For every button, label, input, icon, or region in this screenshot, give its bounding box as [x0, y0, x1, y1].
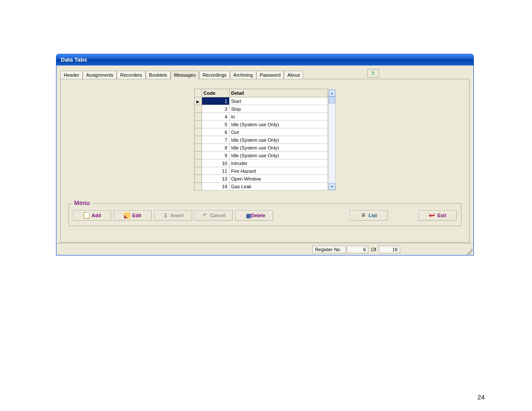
menu-group: Menu Add Edit Insert Cancel	[68, 203, 461, 226]
table-row[interactable]: 5Idle (System use Only)	[195, 121, 328, 128]
messages-grid[interactable]: Code Detail 1Start3Stop4In5Idle (System …	[194, 89, 328, 190]
cell-code[interactable]: 5	[202, 121, 229, 128]
cell-code[interactable]: 8	[202, 144, 229, 152]
list-icon	[361, 212, 367, 218]
delete-button[interactable]: Delete	[235, 210, 273, 221]
cell-detail[interactable]: Idle (System use Only)	[229, 144, 328, 152]
tab-recordings[interactable]: Recordings	[199, 71, 230, 79]
tab-panel-messages: Code Detail 1Start3Stop4In5Idle (System …	[60, 79, 470, 243]
grid-col-code[interactable]: Code	[202, 89, 229, 97]
table-row[interactable]: 11Fire Hazard	[195, 167, 328, 175]
status-register-label: Register No.	[312, 246, 346, 253]
edit-icon	[124, 212, 130, 218]
row-indicator	[195, 183, 202, 190]
cell-detail[interactable]: Out	[229, 128, 328, 136]
cell-code[interactable]: 3	[202, 105, 229, 113]
titlebar: Data Tabs	[56, 54, 473, 65]
document-icon	[84, 212, 90, 218]
exit-icon	[429, 212, 435, 218]
edit-button[interactable]: Edit	[114, 210, 152, 221]
cell-detail[interactable]: Idle (System use Only)	[229, 136, 328, 144]
table-row[interactable]: 4In	[195, 113, 328, 121]
window-title: Data Tabs	[61, 56, 87, 63]
table-row[interactable]: 10Intruder	[195, 159, 328, 167]
scroll-track[interactable]	[329, 103, 335, 183]
tab-assignments[interactable]: Assignments	[83, 71, 117, 79]
row-indicator	[195, 105, 202, 113]
tab-messages[interactable]: Messages	[171, 71, 199, 79]
insert-icon	[163, 212, 169, 218]
row-indicator	[195, 175, 202, 183]
status-total-value: 18	[379, 246, 400, 253]
row-indicator	[195, 128, 202, 136]
cell-detail[interactable]: Idle (System use Only)	[229, 121, 328, 128]
row-indicator	[195, 167, 202, 175]
cell-detail[interactable]: Intruder	[229, 159, 328, 167]
row-indicator	[195, 144, 202, 152]
cell-code[interactable]: 14	[202, 183, 229, 190]
cell-code[interactable]: 4	[202, 113, 229, 121]
tab-archiving[interactable]: Archiving	[230, 71, 256, 79]
cell-code[interactable]: 11	[202, 167, 229, 175]
cell-code[interactable]: 10	[202, 159, 229, 167]
row-indicator	[195, 159, 202, 167]
delete-icon	[243, 212, 249, 218]
tab-header[interactable]: Header	[60, 71, 83, 79]
row-indicator	[195, 152, 202, 159]
scroll-thumb[interactable]	[329, 97, 335, 103]
delete-label: Delete	[251, 213, 265, 218]
grid-rowheader-blank	[195, 89, 202, 97]
help-button[interactable]: ?	[367, 69, 379, 78]
exit-button[interactable]: Exit	[419, 210, 457, 221]
statusbar: Register No. 6 Of 18	[56, 243, 473, 255]
cell-code[interactable]: 7	[202, 136, 229, 144]
tabstrip: Header Assignments Recorders Booklets Me…	[60, 69, 470, 79]
add-label: Add	[92, 213, 101, 218]
cell-detail[interactable]: Fire Hazard	[229, 167, 328, 175]
add-button[interactable]: Add	[73, 210, 111, 221]
undo-icon	[202, 212, 208, 218]
row-indicator	[195, 97, 202, 105]
tab-about[interactable]: About	[284, 71, 303, 79]
cell-detail[interactable]: Gas Leak	[229, 183, 328, 190]
tab-password[interactable]: Password	[256, 71, 284, 79]
status-of-label: Of	[369, 247, 378, 252]
row-indicator	[195, 121, 202, 128]
table-row[interactable]: 1Start	[195, 97, 328, 105]
help-icon: ?	[372, 70, 375, 77]
table-row[interactable]: 6Out	[195, 128, 328, 136]
app-window: Data Tabs Header Assignments Recorders B…	[56, 54, 474, 255]
resize-grip-icon[interactable]	[467, 249, 473, 255]
cell-code[interactable]: 1	[202, 97, 229, 105]
cancel-label: Cancel	[210, 213, 225, 218]
table-row[interactable]: 13Open Window	[195, 175, 328, 183]
scroll-down-icon[interactable]: ▼	[329, 183, 335, 190]
table-row[interactable]: 14Gas Leak	[195, 183, 328, 190]
cell-code[interactable]: 13	[202, 175, 229, 183]
exit-label: Exit	[437, 213, 446, 218]
cancel-button[interactable]: Cancel	[195, 210, 233, 221]
cell-detail[interactable]: Idle (System use Only)	[229, 152, 328, 159]
scroll-up-icon[interactable]: ▲	[329, 90, 335, 97]
cell-detail[interactable]: Stop	[229, 105, 328, 113]
table-row[interactable]: 7Idle (System use Only)	[195, 136, 328, 144]
table-row[interactable]: 3Stop	[195, 105, 328, 113]
row-indicator	[195, 136, 202, 144]
tab-recorders[interactable]: Recorders	[117, 71, 146, 79]
table-row[interactable]: 8Idle (System use Only)	[195, 144, 328, 152]
table-row[interactable]: 9Idle (System use Only)	[195, 152, 328, 159]
grid-scrollbar[interactable]: ▲ ▼	[328, 89, 336, 190]
status-register-value: 6	[347, 246, 368, 253]
cell-code[interactable]: 9	[202, 152, 229, 159]
list-button[interactable]: List	[350, 210, 388, 221]
grid-col-detail[interactable]: Detail	[229, 89, 328, 97]
edit-label: Edit	[132, 213, 141, 218]
row-indicator	[195, 113, 202, 121]
cell-detail[interactable]: Open Window	[229, 175, 328, 183]
tab-booklets[interactable]: Booklets	[146, 71, 171, 79]
insert-button[interactable]: Insert	[154, 210, 192, 221]
cell-code[interactable]: 6	[202, 128, 229, 136]
cell-detail[interactable]: In	[229, 113, 328, 121]
page-number: 24	[477, 393, 485, 401]
cell-detail[interactable]: Start	[229, 97, 328, 105]
